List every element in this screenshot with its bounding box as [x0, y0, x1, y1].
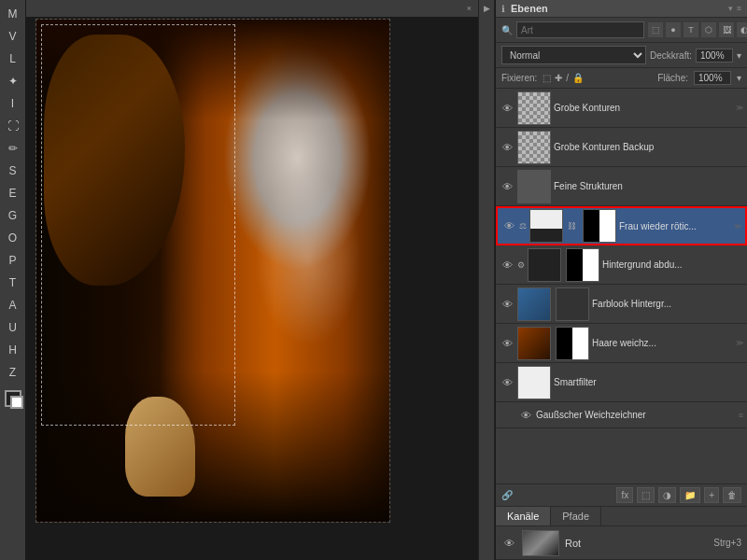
layer-style-btn[interactable]: fx — [616, 487, 633, 503]
background-color[interactable] — [10, 396, 23, 409]
filter-smart-btn[interactable]: 🖼 — [719, 22, 734, 37]
canvas-close-btn[interactable]: × — [464, 4, 474, 13]
left-toolbar: M V L ✦ I ⛶ ✏ S E G O P T A U H Z — [0, 0, 26, 560]
info-icon[interactable]: ℹ — [501, 4, 505, 14]
layer-name: Haare weichz... — [592, 338, 733, 348]
layer-visibility-toggle[interactable]: 👁 — [501, 220, 516, 231]
opacity-dropdown-icon[interactable]: ▾ — [737, 50, 741, 61]
layer-visibility-toggle[interactable]: 👁 — [500, 299, 514, 310]
tool-dodge[interactable]: O — [3, 228, 23, 248]
layer-visibility-toggle[interactable]: 👁 — [518, 410, 533, 421]
layer-visibility-toggle[interactable]: 👁 — [500, 103, 514, 114]
layer-new-btn[interactable]: + — [704, 487, 719, 503]
white-strokes — [255, 170, 360, 345]
canvas-image[interactable] — [35, 19, 390, 523]
layer-visibility-toggle[interactable]: 👁 — [500, 259, 514, 271]
layer-item-selected[interactable]: 👁 ⚖ ⛓ Frau wieder rötic... ≫ — [496, 206, 747, 245]
fix-icons: ⬚ ✚ / 🔒 — [543, 73, 584, 83]
tool-lasso[interactable]: L — [3, 49, 23, 69]
selection-marquee — [41, 24, 235, 426]
layer-name: Grobe Konturen — [554, 103, 733, 113]
mid-toolbar: ▶ — [478, 0, 495, 560]
tab-pfade[interactable]: Pfade — [551, 507, 601, 525]
tool-gradient[interactable]: G — [3, 205, 23, 226]
tool-eraser[interactable]: E — [3, 183, 23, 203]
layer-thumbnail — [517, 366, 551, 399]
filter-effect-btn[interactable]: ● — [666, 22, 681, 37]
layer-visibility-toggle[interactable]: 👁 — [500, 377, 514, 388]
tool-clone[interactable]: S — [3, 161, 23, 181]
layer-item[interactable]: 👁 Farblook Hintergr... — [496, 285, 747, 324]
flaeche-dropdown-icon[interactable]: ▾ — [737, 73, 741, 83]
filter-text-btn[interactable]: T — [684, 22, 698, 37]
layer-mask-btn[interactable]: ⬚ — [637, 487, 655, 503]
search-icon: 🔍 — [501, 25, 513, 35]
layer-mask-thumbnail — [566, 248, 599, 282]
panel-menu-btn[interactable]: ≡ — [737, 4, 741, 13]
layer-visibility-toggle[interactable]: 👁 — [500, 338, 514, 349]
tool-shape[interactable]: U — [3, 317, 23, 338]
layer-mask-thumbnail — [556, 327, 589, 360]
layer-chain-icon: ⛓ — [566, 221, 578, 231]
flaeche-value[interactable]: 100% — [694, 71, 731, 85]
tool-move[interactable]: M — [3, 4, 23, 24]
tool-pen[interactable]: P — [3, 250, 23, 271]
fix-rotation-icon[interactable]: / — [566, 73, 569, 83]
fix-position-icon[interactable]: ⬚ — [543, 73, 551, 83]
layer-visibility-toggle[interactable]: 👁 — [500, 181, 514, 192]
layer-item[interactable]: 👁 Grobe Konturen ≫ — [496, 89, 747, 128]
filter-shape-btn[interactable]: ⬡ — [701, 22, 716, 37]
link-icon[interactable]: 🔗 — [501, 490, 513, 500]
scroll-indicator: ≫ — [734, 222, 741, 231]
layer-thumbnail — [529, 209, 563, 243]
canvas-top-bar: × — [26, 0, 478, 17]
fixieren-label: Fixieren: — [501, 73, 537, 83]
layer-group-btn[interactable]: 📁 — [680, 487, 700, 503]
layer-name: Feine Strukturen — [554, 181, 743, 191]
layer-item[interactable]: 👁 Feine Strukturen — [496, 167, 747, 206]
tool-zoom[interactable]: Z — [3, 362, 23, 383]
layer-extra-icon: ⚙ — [517, 260, 525, 270]
layer-thumbnail — [517, 287, 551, 321]
fix-lock-icon[interactable]: 🔒 — [572, 73, 584, 83]
layer-item[interactable]: 👁 Smartfilter — [496, 363, 747, 402]
canvas-area: × — [26, 0, 478, 560]
layer-name: Frau wieder rötic... — [619, 221, 731, 231]
channel-visibility-toggle[interactable]: 👁 — [501, 538, 516, 549]
tool-select[interactable]: V — [3, 26, 23, 47]
tabs-row: Kanäle Pfade — [496, 506, 747, 526]
layer-delete-btn[interactable]: 🗑 — [723, 487, 741, 503]
layer-mask-thumbnail — [583, 209, 616, 243]
foreground-color[interactable] — [5, 390, 21, 407]
layer-item[interactable]: 👁 ⚙ Hintergrund abdu... — [496, 245, 747, 285]
layer-filter-item[interactable]: 👁 Gaußscher Weichzeichner ≡ — [496, 402, 747, 428]
layer-item[interactable]: 👁 Grobe Konturen Backup — [496, 128, 747, 167]
opacity-label: Deckkraft: — [650, 50, 692, 61]
layer-thumbnail — [517, 170, 551, 203]
scroll-indicator: ≫ — [736, 104, 743, 112]
panel-collapse-btn[interactable]: ▾ — [728, 4, 733, 13]
tool-eyedropper[interactable]: I — [3, 93, 23, 114]
fix-move-icon[interactable]: ✚ — [555, 73, 562, 83]
tool-hand[interactable]: H — [3, 340, 23, 360]
blend-mode-select[interactable]: Normal — [501, 46, 646, 64]
opacity-value[interactable]: 100% — [696, 49, 733, 63]
panel-controls: ▾ ≡ — [728, 4, 741, 13]
tool-crop[interactable]: ⛶ — [3, 116, 23, 136]
tool-path[interactable]: A — [3, 295, 23, 315]
layer-adjustment-btn[interactable]: ◑ — [658, 487, 676, 503]
search-input[interactable] — [516, 21, 644, 38]
filter-type-btn[interactable]: ⬚ — [648, 22, 663, 37]
tool-wand[interactable]: ✦ — [3, 71, 23, 91]
search-bar: 🔍 ⬚ ● T ⬡ 🖼 ◐ — [496, 18, 747, 43]
channel-item[interactable]: 👁 Rot Strg+3 — [496, 526, 747, 560]
layer-visibility-toggle[interactable]: 👁 — [500, 142, 514, 153]
channel-thumbnail — [522, 530, 559, 556]
tool-text[interactable]: T — [3, 273, 23, 293]
filter-toggle-btn[interactable]: ◐ — [737, 22, 747, 37]
layer-name: Smartfilter — [554, 377, 743, 387]
tool-brush[interactable]: ✏ — [3, 138, 23, 159]
tab-kanaele[interactable]: Kanäle — [496, 507, 551, 525]
layer-thumbnail — [528, 248, 561, 282]
layer-item[interactable]: 👁 Haare weichz... ≫ — [496, 324, 747, 363]
